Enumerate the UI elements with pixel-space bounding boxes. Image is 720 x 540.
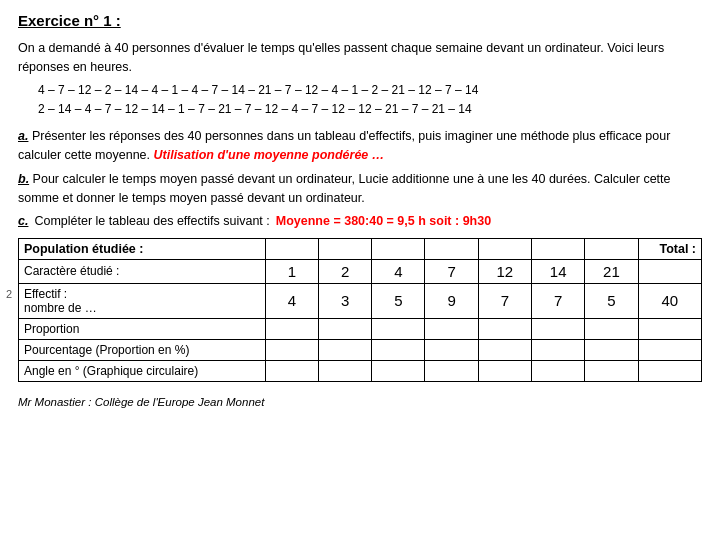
section-c-text: Compléter le tableau des effectifs suiva… [34, 214, 269, 228]
cell-r0-c0: 1 [265, 259, 318, 283]
total-cell-2 [638, 318, 701, 339]
section-a-red-note: Utilisation d'une moyenne pondérée … [154, 148, 385, 162]
col-header-4 [425, 238, 478, 259]
row-label-1: Effectif : nombre de … [19, 283, 266, 318]
section-b-label: b. [18, 172, 29, 186]
cell-r3-c1 [318, 339, 371, 360]
cell-r2-c1 [318, 318, 371, 339]
page-wrapper: Exercice n° 1 : On a demandé à 40 person… [18, 12, 702, 408]
total-cell-4 [638, 360, 701, 381]
total-header: Total : [638, 238, 701, 259]
cell-r1-c3: 9 [425, 283, 478, 318]
cell-r4-c5 [532, 360, 585, 381]
cell-r0-c6: 21 [585, 259, 638, 283]
cell-r3-c0 [265, 339, 318, 360]
col-header-2 [318, 238, 371, 259]
cell-r3-c4 [478, 339, 531, 360]
data-row1: 4 – 7 – 12 – 2 – 14 – 4 – 1 – 4 – 7 – 14… [38, 81, 702, 100]
cell-r4-c0 [265, 360, 318, 381]
exercise-title: Exercice n° 1 : [18, 12, 702, 29]
cell-r1-c6: 5 [585, 283, 638, 318]
cell-r0-c4: 12 [478, 259, 531, 283]
cell-r2-c4 [478, 318, 531, 339]
section-c-label: c. [18, 214, 28, 228]
row-label-3: Pourcentage (Proportion en %) [19, 339, 266, 360]
row-label-4: Angle en ° (Graphique circulaire) [19, 360, 266, 381]
col-header-1 [265, 238, 318, 259]
cell-r1-c1: 3 [318, 283, 371, 318]
cell-r0-c1: 2 [318, 259, 371, 283]
col-header-6 [532, 238, 585, 259]
cell-r4-c3 [425, 360, 478, 381]
cell-r1-c4: 7 [478, 283, 531, 318]
cell-r0-c3: 7 [425, 259, 478, 283]
cell-r2-c6 [585, 318, 638, 339]
cell-r2-c2 [372, 318, 425, 339]
cell-r4-c2 [372, 360, 425, 381]
row-label-0: Caractère étudié : [19, 259, 266, 283]
cell-r4-c4 [478, 360, 531, 381]
cell-r2-c3 [425, 318, 478, 339]
data-row2: 2 – 14 – 4 – 7 – 12 – 14 – 1 – 7 – 21 – … [38, 100, 702, 119]
section-b: b. Pour calculer le temps moyen passé de… [18, 170, 702, 208]
cell-r4-c6 [585, 360, 638, 381]
section-a: a. Présenter les réponses des 40 personn… [18, 127, 702, 165]
cell-r1-c5: 7 [532, 283, 585, 318]
cell-r4-c1 [318, 360, 371, 381]
cell-r3-c2 [372, 339, 425, 360]
intro-line1: On a demandé à 40 personnes d'évaluer le… [18, 39, 702, 77]
table-row: Pourcentage (Proportion en %) [19, 339, 702, 360]
total-cell-3 [638, 339, 701, 360]
population-header: Population étudiée : [19, 238, 266, 259]
section-c: c. Compléter le tableau des effectifs su… [18, 214, 702, 228]
cell-r3-c3 [425, 339, 478, 360]
table-row: Proportion [19, 318, 702, 339]
cell-r2-c0 [265, 318, 318, 339]
section-a-label: a. [18, 129, 28, 143]
total-cell-0 [638, 259, 701, 283]
table-container: 2 Population étudiée : Total : Caractère… [18, 238, 702, 382]
cell-r0-c5: 14 [532, 259, 585, 283]
table-row: Caractère étudié :1247121421 [19, 259, 702, 283]
cell-r1-c0: 4 [265, 283, 318, 318]
table-row: Effectif : nombre de …435977540 [19, 283, 702, 318]
table-header-row: Population étudiée : Total : [19, 238, 702, 259]
mean-text: Moyenne = 380:40 = 9,5 h soit : 9h30 [276, 214, 491, 228]
left-marker: 2 [6, 288, 12, 300]
col-header-5 [478, 238, 531, 259]
cell-r3-c5 [532, 339, 585, 360]
col-header-7 [585, 238, 638, 259]
footer-text: Mr Monastier : Collège de l'Europe Jean … [18, 396, 702, 408]
col-header-3 [372, 238, 425, 259]
cell-r1-c2: 5 [372, 283, 425, 318]
section-b-text: Pour calculer le temps moyen passé devan… [18, 172, 671, 205]
total-cell-1: 40 [638, 283, 701, 318]
cell-r2-c5 [532, 318, 585, 339]
effectifs-table: Population étudiée : Total : Caractère é… [18, 238, 702, 382]
cell-r3-c6 [585, 339, 638, 360]
row-label-2: Proportion [19, 318, 266, 339]
table-row: Angle en ° (Graphique circulaire) [19, 360, 702, 381]
cell-r0-c2: 4 [372, 259, 425, 283]
